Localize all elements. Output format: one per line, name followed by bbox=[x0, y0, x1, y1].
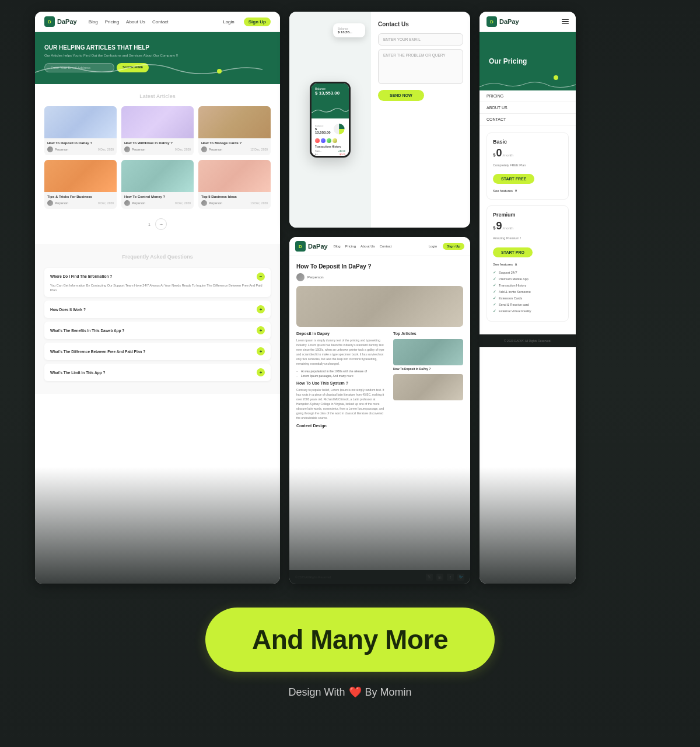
and-many-more-button[interactable]: And Many More bbox=[205, 608, 495, 672]
faq-item-3[interactable]: What's The Benefits In This Daweb App ? … bbox=[44, 322, 271, 339]
article-date-1: 9 Dec, 2020 bbox=[98, 148, 114, 151]
article-nav-links: Blog Pricing About Us Contact bbox=[334, 245, 392, 248]
facebook-icon[interactable]: f bbox=[447, 574, 454, 581]
feature-2: ✓ Premium Mobile App bbox=[493, 277, 562, 281]
basic-start-btn[interactable]: START FREE bbox=[493, 174, 534, 184]
phone-screen-bottom: Balance $ 13,553.00 bbox=[312, 118, 349, 158]
article-footer: © 2023 All Rights Reserved. 𝕏 in f 🐦 bbox=[289, 570, 470, 584]
article-nav-pricing[interactable]: Pricing bbox=[345, 245, 356, 248]
pricing-nav-item-contact[interactable]: CONTACT bbox=[480, 114, 576, 125]
pricing-logo-text: DaPay bbox=[499, 18, 519, 25]
article-author-row: Perperson bbox=[296, 273, 463, 281]
article-body-text2: Contrary to popular belief, Lorem Ipsum … bbox=[296, 388, 387, 420]
premium-start-btn[interactable]: START PRO bbox=[493, 247, 533, 257]
article-avatar-3 bbox=[201, 146, 207, 152]
check-icon-4: ✓ bbox=[493, 289, 496, 294]
article-two-col: Deposit In Dapay Lorem ipsum is simply d… bbox=[296, 331, 463, 430]
top-article-img-1 bbox=[393, 339, 463, 365]
top-article-mini-1[interactable]: How To Deposit In DaPay ? bbox=[393, 339, 463, 371]
article-screenshot: D DaPay Blog Pricing About Us Contact Lo… bbox=[289, 237, 470, 584]
article-card-4[interactable]: Tips & Tricks For Business Perperson 9 D… bbox=[44, 160, 117, 209]
premium-amount: 9 bbox=[496, 220, 502, 232]
faq-q-2: How Does It Work ? bbox=[50, 308, 86, 312]
feature-text-6: Send & Receive card bbox=[499, 303, 529, 306]
twitter-icon[interactable]: 𝕏 bbox=[426, 574, 433, 581]
bird-icon[interactable]: 🐦 bbox=[457, 574, 464, 581]
top-article-title-1: How To Deposit In DaPay ? bbox=[393, 367, 463, 371]
faq-icon-3: + bbox=[257, 326, 265, 334]
article-section3-title: Content Design bbox=[296, 424, 387, 428]
feature-6: ✓ Send & Receive card bbox=[493, 302, 562, 307]
hero-wave-dot bbox=[217, 69, 222, 74]
article-img-3 bbox=[198, 106, 271, 138]
blog-nav-about[interactable]: About Us bbox=[126, 19, 145, 25]
article-date-4: 9 Dec, 2020 bbox=[98, 201, 114, 205]
article-nav-contact[interactable]: Contact bbox=[380, 245, 392, 248]
blog-nav-blog[interactable]: Blog bbox=[89, 19, 98, 25]
article-avatar-5 bbox=[124, 200, 130, 206]
main-container: D DaPay Blog Pricing About Us Contact Lo… bbox=[0, 0, 700, 747]
blog-logo-text: DaPay bbox=[57, 18, 77, 25]
article-content: How To Deposit In DaPay ? Perperson Depo… bbox=[289, 256, 470, 570]
pricing-content: Basic $ 0 /month Completely FREE Plan ST… bbox=[480, 125, 576, 334]
basic-plan-price: $ 0 /month bbox=[493, 147, 562, 159]
article-img-6 bbox=[198, 160, 271, 192]
contact-send-btn[interactable]: SEND NOW bbox=[378, 90, 424, 101]
hamburger-icon[interactable] bbox=[562, 19, 569, 25]
faq-item-1[interactable]: Where Do I Find The Information ? − You … bbox=[44, 268, 271, 298]
articles-pagination: 1 → bbox=[44, 214, 271, 235]
pricing-nav-item-about[interactable]: ABOUT US bbox=[480, 102, 576, 114]
pricing-nav-item-pricing[interactable]: PRICING bbox=[480, 90, 576, 102]
contact-textarea[interactable]: ENTER THE PROBLEM OR QUERY bbox=[378, 49, 463, 84]
article-nav-login[interactable]: Login bbox=[429, 245, 438, 248]
heart-icon: ❤️ bbox=[349, 686, 362, 699]
faq-item-5[interactable]: What's The Limit In This App ? + bbox=[44, 364, 271, 381]
pricing-hero: Our Pricing bbox=[480, 32, 576, 90]
blog-nav-contact[interactable]: Contact bbox=[152, 19, 169, 25]
article-img-2 bbox=[121, 106, 194, 138]
faq-q-1: Where Do I Find The Information ? bbox=[50, 274, 112, 278]
premium-features-toggle[interactable]: See features ∧ bbox=[493, 262, 562, 267]
article-avatar-6 bbox=[201, 200, 207, 206]
blog-nav-pricing[interactable]: Pricing bbox=[105, 19, 119, 25]
transactions-label: Transactions History bbox=[315, 145, 345, 148]
linkedin-icon[interactable]: in bbox=[436, 574, 443, 581]
pricing-fade-overlay bbox=[480, 467, 576, 584]
basic-chevron-icon: ∨ bbox=[514, 189, 517, 193]
blog-articles-section: Latest Articles How To Deposit In DaPay … bbox=[35, 84, 280, 244]
article-nav-about[interactable]: About Us bbox=[360, 245, 375, 248]
article-card-3[interactable]: How To Manage Cards ? Perperson 12 Dec, … bbox=[198, 106, 271, 155]
blog-faq-section: Frequently Asked Questions Where Do I Fi… bbox=[35, 244, 280, 394]
article-card-1[interactable]: How To Deposit In DaPay ? Perperson 9 De… bbox=[44, 106, 117, 155]
faq-title: Frequently Asked Questions bbox=[44, 253, 271, 261]
article-card-6[interactable]: Top 5 Business Ideas Perperson 13 Dec, 2… bbox=[198, 160, 271, 209]
article-nav-blog[interactable]: Blog bbox=[334, 245, 341, 248]
phone-balance-amount: $ 13,553.00 bbox=[315, 90, 345, 96]
feature-text-3: Transaction History bbox=[499, 284, 526, 287]
pricing-wave-svg bbox=[480, 79, 576, 90]
article-card-2[interactable]: How To WithDraw In DaPay ? Perperson 9 D… bbox=[121, 106, 194, 155]
feature-5: ✓ Extension Cards bbox=[493, 296, 562, 301]
next-page-btn[interactable]: → bbox=[155, 218, 167, 230]
basic-period: /month bbox=[502, 153, 513, 157]
article-title-6: Top 5 Business Ideas bbox=[201, 195, 268, 198]
zyro-watermark: Ⓩ bbox=[335, 359, 365, 388]
faq-item-4[interactable]: What's The Difference Between Free And P… bbox=[44, 343, 271, 360]
article-avatar-md bbox=[296, 273, 304, 281]
top-article-mini-2[interactable] bbox=[393, 374, 463, 400]
blog-hero-subtitle: Our Articles helps You to Find Out the C… bbox=[44, 54, 271, 57]
faq-item-2[interactable]: How Does It Work ? + bbox=[44, 301, 271, 318]
blog-nav-login[interactable]: Login bbox=[223, 19, 235, 25]
contact-email-input[interactable]: ENTER YOUR EMAIL bbox=[378, 33, 463, 46]
top-article-img-2 bbox=[393, 374, 463, 400]
tx-row-1: Sam...+$0.00 bbox=[315, 149, 345, 152]
article-card-5[interactable]: How To Control Money ? Perperson 9 Dec, … bbox=[121, 160, 194, 209]
blog-nav-signup[interactable]: Sign Up bbox=[244, 18, 271, 26]
article-logo-icon: D bbox=[295, 241, 306, 252]
article-nav-signup[interactable]: Sign Up bbox=[443, 243, 464, 250]
screenshots-grid: D DaPay Blog Pricing About Us Contact Lo… bbox=[0, 0, 700, 584]
basic-features-toggle[interactable]: See features ∨ bbox=[493, 189, 562, 193]
blog-hero-title: OUR HELPING ARTICLES THAT HELP bbox=[44, 44, 149, 51]
premium-chevron-icon: ∧ bbox=[514, 262, 517, 267]
article-author-4: Perperson bbox=[55, 201, 68, 205]
